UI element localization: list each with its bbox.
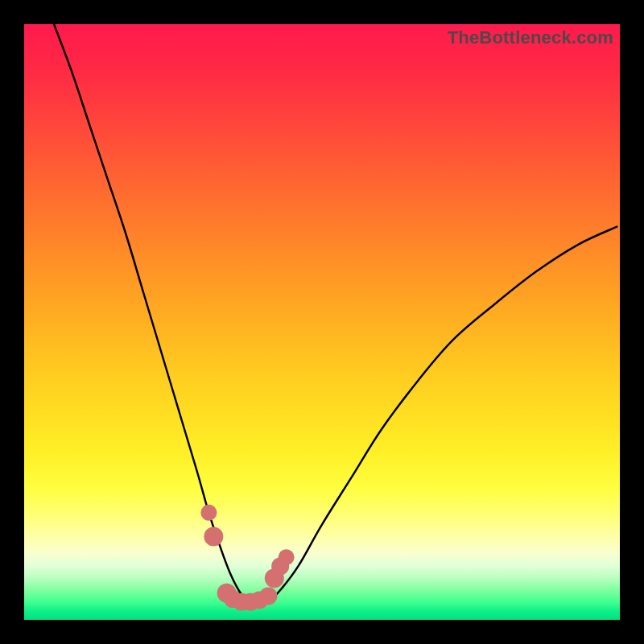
curve-marker: [200, 505, 217, 521]
chart-container: TheBottleneck.com: [0, 0, 644, 644]
curve-marker: [259, 587, 277, 605]
curve-marker: [204, 526, 223, 546]
plot-area: TheBottleneck.com: [24, 24, 620, 620]
chart-svg: [24, 24, 620, 620]
curve-marker: [279, 549, 295, 565]
bottleneck-curve: [54, 24, 617, 605]
